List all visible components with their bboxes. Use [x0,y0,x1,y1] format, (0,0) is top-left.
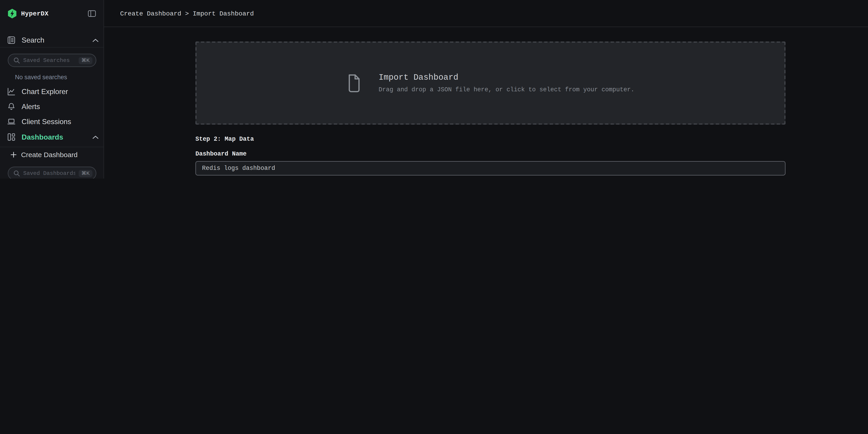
saved-dashboards-searchbox[interactable]: ⌘K [8,167,96,179]
app-window: HyperDX Search ⌘K No saved searches [0,0,868,179]
divider [0,47,103,48]
layout-icon [7,133,16,141]
sidebar: HyperDX Search ⌘K No saved searches [0,0,104,179]
topbar: Create Dashboard > Import Dashboard [104,0,868,27]
sidebar-item-dashboards[interactable]: Dashboards [7,130,99,145]
file-icon [347,74,361,92]
breadcrumb: Create Dashboard > Import Dashboard [120,10,254,17]
panel-collapse-icon [87,9,96,18]
app-title: HyperDX [21,10,49,17]
dropzone-title: Import Dashboard [379,73,634,83]
dashboard-name-label: Dashboard Name [195,151,247,157]
saved-dashboards-input[interactable] [23,170,75,177]
chevron-up-icon [92,135,99,139]
step-title: Step 2: Map Data [195,136,254,142]
sidebar-item-chart-explorer[interactable]: Chart Explorer [7,84,99,99]
shortcut-badge: ⌘K [79,57,92,64]
dropzone-subtitle: Drag and drop a JSON file here, or click… [379,86,634,93]
sidebar-collapse-button[interactable] [87,9,96,18]
plus-icon [10,152,17,158]
hyperdx-logo-icon [7,8,17,19]
sidebar-item-label: Alerts [22,102,40,111]
main-area: Create Dashboard > Import Dashboard Impo… [104,0,868,179]
no-saved-searches-text: No saved searches [15,73,67,80]
search-section-label: Search [22,36,44,44]
saved-searches-input[interactable] [23,57,75,64]
sidebar-item-label: Chart Explorer [22,87,68,96]
search-icon [13,170,20,177]
sidebar-item-label: Client Sessions [22,117,71,125]
create-dashboard-button[interactable]: Create Dashboard [10,147,99,162]
app-logo[interactable]: HyperDX [7,8,96,19]
import-dashboard-page: Import Dashboard Drag and drop a JSON fi… [195,27,785,179]
chevron-up-icon [92,38,99,42]
journal-search-icon [7,36,16,44]
bell-icon [7,102,16,111]
saved-searches-searchbox[interactable]: ⌘K [8,54,96,67]
sidebar-item-alerts[interactable]: Alerts [7,99,99,114]
dashboard-name-input[interactable] [195,161,785,175]
laptop-icon [7,117,16,125]
sidebar-item-client-sessions[interactable]: Client Sessions [7,114,99,129]
sidebar-section-search[interactable]: Search [7,33,99,48]
sidebar-item-label: Dashboards [22,133,63,141]
shortcut-badge: ⌘K [79,169,92,177]
chart-icon [7,87,16,96]
import-dropzone[interactable]: Import Dashboard Drag and drop a JSON fi… [195,41,785,125]
create-dashboard-label: Create Dashboard [21,151,78,158]
search-icon [13,57,20,64]
